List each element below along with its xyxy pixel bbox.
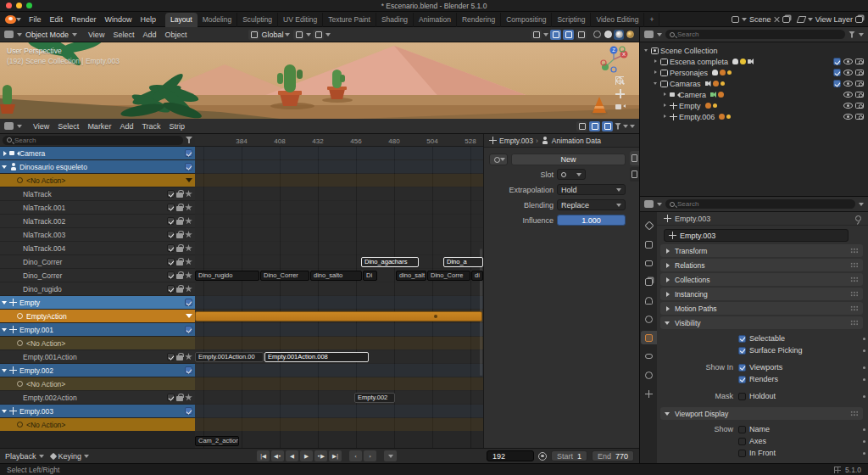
workspace-tab-item[interactable]: + xyxy=(644,13,659,26)
animate-dot-icon[interactable] xyxy=(863,452,865,455)
workspace-tab-texture-paint[interactable]: Texture Paint xyxy=(323,13,376,26)
properties-tab-constraints[interactable] xyxy=(641,349,657,363)
new-scene-icon[interactable] xyxy=(782,16,790,23)
render-visibility-icon[interactable] xyxy=(855,59,864,64)
playback-sync-dropdown[interactable] xyxy=(384,450,397,461)
nla-track-empty-001-13[interactable]: Empty.001 xyxy=(0,323,195,336)
jump-to-end-button[interactable]: ▶| xyxy=(329,450,342,461)
nla-strip-empty-001action-008[interactable]: Empty.001Action.008 xyxy=(264,352,369,362)
nla-strip-dino-agachars[interactable]: Dino_agachars xyxy=(361,257,419,267)
lock-icon[interactable] xyxy=(176,288,183,293)
shading-rendered-button[interactable] xyxy=(625,30,635,40)
workspace-tab-modeling[interactable]: Modeling xyxy=(198,13,238,26)
influence-slider[interactable]: 1.000 xyxy=(557,215,626,226)
sync-visible-range-icon[interactable] xyxy=(602,121,613,131)
eye-icon[interactable] xyxy=(843,70,853,75)
panel-header-instancing[interactable]: Instancing xyxy=(660,288,863,300)
nla-track-empty-003-19[interactable]: Empty.003 xyxy=(0,405,195,417)
nla-ruler[interactable]: 384408432456480504528 xyxy=(195,134,483,147)
current-frame-field[interactable]: 192 xyxy=(487,450,534,461)
workspace-tab-rendering[interactable]: Rendering xyxy=(457,13,501,26)
checkbox-checked-icon[interactable] xyxy=(738,364,746,372)
play-reverse-button[interactable]: ◀ xyxy=(286,450,298,461)
outliner-row-camaras[interactable]: Camaras xyxy=(640,78,868,89)
panel-header-motion-paths[interactable]: Motion Paths xyxy=(660,302,863,315)
lock-icon[interactable] xyxy=(176,396,183,401)
show-markers-icon[interactable] xyxy=(589,121,600,131)
close-window-button[interactable] xyxy=(6,3,12,8)
nla-strip-di[interactable]: di xyxy=(471,271,483,281)
nla-strip-cam-2-action[interactable]: Cam_2_action xyxy=(195,436,239,446)
animate-dot-icon[interactable] xyxy=(863,338,865,340)
properties-tab-physics[interactable] xyxy=(641,368,657,382)
outliner-row-escena-completa[interactable]: Escena completa xyxy=(640,56,868,67)
editor-type-icon[interactable] xyxy=(644,31,654,38)
nla-menu-add[interactable]: Add xyxy=(115,120,137,132)
jump-to-previous-keyframe-button[interactable]: ◀• xyxy=(271,450,284,461)
workspace-tab-compositing[interactable]: Compositing xyxy=(501,13,552,26)
checkbox-icon[interactable] xyxy=(167,394,175,401)
nla-search-box[interactable] xyxy=(3,136,183,145)
star-icon[interactable] xyxy=(185,353,192,360)
sidebar-tab-edited-action[interactable] xyxy=(630,167,639,182)
panel-header-collections[interactable]: Collections xyxy=(660,273,863,286)
chevron-down-icon[interactable] xyxy=(2,408,8,415)
properties-search-input[interactable] xyxy=(677,200,851,208)
pushdown-icon[interactable] xyxy=(185,312,192,320)
outliner-search-input[interactable] xyxy=(677,31,841,38)
checkbox-icon[interactable] xyxy=(185,366,192,374)
pushdown-icon[interactable] xyxy=(185,176,192,184)
nla-menu-strip[interactable]: Strip xyxy=(165,120,190,132)
outliner-row-empty-006[interactable]: Empty.006 xyxy=(640,111,868,122)
show-overlays-icon[interactable] xyxy=(563,30,574,40)
nla-track-no-action-20[interactable]: <No Action> xyxy=(0,418,195,431)
nla-track-empty-002action-18[interactable]: Empty.002Action xyxy=(0,391,195,404)
nla-strip-di[interactable]: Di xyxy=(363,271,377,281)
nla-strip-dino-salto[interactable]: dino_salto xyxy=(310,271,362,281)
nla-track-camera-0[interactable]: Camera xyxy=(0,147,195,159)
checkbox-icon[interactable] xyxy=(167,244,175,252)
toggle-xray-icon[interactable] xyxy=(576,30,587,40)
properties-tab-scene[interactable] xyxy=(641,293,657,307)
menu-file[interactable]: File xyxy=(25,14,46,25)
editor-type-icon[interactable] xyxy=(4,122,14,130)
move-view-icon[interactable] xyxy=(615,89,625,98)
properties-search-box[interactable] xyxy=(665,199,855,209)
animate-dot-icon[interactable] xyxy=(863,440,865,443)
eye-icon[interactable] xyxy=(843,92,853,98)
nla-track-no-action-2[interactable]: <No Action> xyxy=(0,174,195,187)
nla-track-nlatrack-3[interactable]: NlaTrack xyxy=(0,187,195,200)
viewport-menu-object[interactable]: Object xyxy=(160,29,191,41)
viewport-menu-select[interactable]: Select xyxy=(108,29,138,41)
eye-icon[interactable] xyxy=(843,103,853,109)
properties-tab-view-layer[interactable] xyxy=(641,275,657,288)
nla-strip-empty-002[interactable]: Empty.002 xyxy=(354,393,395,403)
zoom-window-button[interactable] xyxy=(26,3,32,8)
nla-track-empty-11[interactable]: Empty xyxy=(0,296,195,309)
nla-track-dino-rugido-10[interactable]: Dino_rugido xyxy=(0,282,195,295)
star-icon[interactable] xyxy=(185,394,192,401)
checkbox-icon[interactable] xyxy=(185,407,192,415)
shading-wireframe-button[interactable] xyxy=(592,30,602,40)
nla-search-input[interactable] xyxy=(14,137,179,144)
auto-key-record-button[interactable] xyxy=(538,452,547,461)
outliner-row-scene-collection[interactable]: Scene Collection xyxy=(640,45,868,56)
viewport-canvas[interactable]: User Perspective (192) Scene Collection … xyxy=(0,42,639,119)
workspace-tab-scripting[interactable]: Scripting xyxy=(552,13,591,26)
checkbox-icon[interactable] xyxy=(185,326,192,333)
breadcrumb-sub[interactable]: Animation Data xyxy=(552,137,601,145)
chevron-right-icon[interactable] xyxy=(662,114,668,120)
checkbox-icon[interactable] xyxy=(167,217,175,225)
lock-icon[interactable] xyxy=(176,247,183,252)
nla-strip-dino-salt[interactable]: dino_salt xyxy=(396,271,426,281)
nla-menu-select[interactable]: Select xyxy=(53,120,83,132)
play-button[interactable]: ▶ xyxy=(300,450,313,461)
chevron-down-icon[interactable] xyxy=(2,367,8,374)
properties-tab-tool[interactable] xyxy=(641,219,657,232)
filter-icon[interactable] xyxy=(849,31,855,38)
lock-icon[interactable] xyxy=(176,220,183,225)
animate-dot-icon[interactable] xyxy=(863,366,865,369)
keying-menu[interactable]: Keying xyxy=(51,452,90,461)
nla-track-dino-correr-8[interactable]: Dino_Correr xyxy=(0,255,195,268)
gizmo-x-axis[interactable]: X xyxy=(622,52,626,57)
